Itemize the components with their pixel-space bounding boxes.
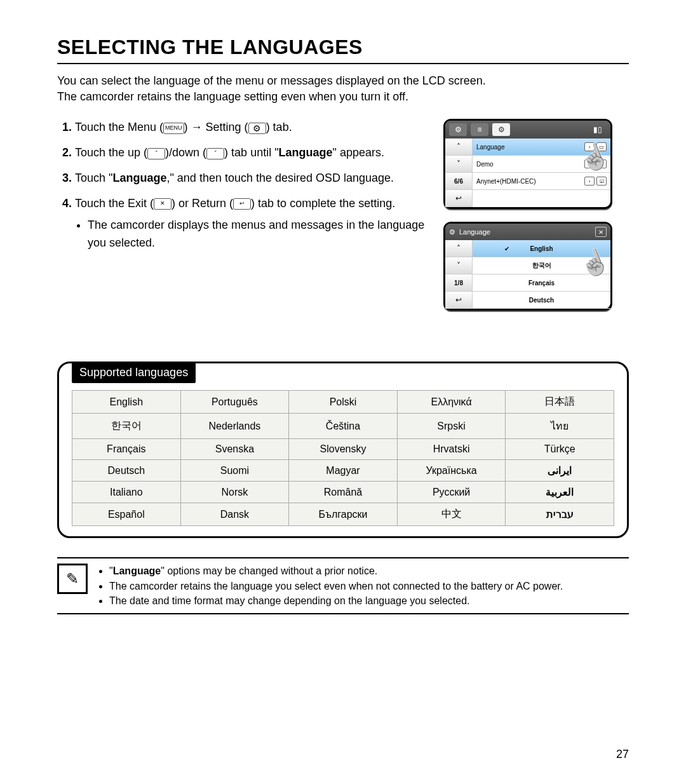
tab-gear-icon: ⚙ bbox=[449, 123, 467, 136]
nav-page-indicator: 6/6 bbox=[445, 173, 472, 190]
nav-page-indicator: 1/8 bbox=[445, 274, 472, 292]
battery-icon: ▮▯ bbox=[589, 123, 607, 136]
check-icon: ✔ bbox=[504, 245, 509, 252]
screen1-tabbar: ⚙ ≡ ⚙ ▮▯ bbox=[445, 121, 610, 139]
gear-icon: ⚙ bbox=[449, 228, 455, 236]
table-row: DeutschSuomiMagyarУкраїнськаايرانى bbox=[72, 460, 614, 482]
page-title: SELECTING THE LANGUAGES bbox=[57, 36, 629, 59]
intro-line-1: You can select the language of the menu … bbox=[57, 74, 486, 87]
table-row: FrançaisSvenskaSlovenskyHrvatskiTürkçe bbox=[72, 439, 614, 460]
step-4-sub: The camcorder displays the menus and mes… bbox=[88, 217, 431, 252]
note-1: "Language" options may be changed withou… bbox=[109, 564, 563, 578]
table-row: ItalianoNorskRomânăРусскийالعربية bbox=[72, 482, 614, 503]
screen1-nav: ˄ ˅ 6/6 ↩ bbox=[445, 139, 473, 207]
supported-languages-table: EnglishPortuguêsPolskiΕλληνικά日本語 한국어Ned… bbox=[72, 390, 614, 526]
step-4: Touch the Exit (✕) or Return (↩) tab to … bbox=[75, 195, 431, 252]
note-2: The camcorder retains the language you s… bbox=[109, 579, 563, 593]
title-rule bbox=[57, 63, 629, 64]
table-row: 한국어NederlandsČeštinaSrpskiไทย bbox=[72, 414, 614, 439]
menu-icon: MENU bbox=[163, 123, 184, 134]
gear-icon: ⚙ bbox=[248, 123, 266, 134]
nav-up-icon: ˄ bbox=[445, 139, 472, 156]
lcd-screenshot-settings: ☝ ⚙ ≡ ⚙ ▮▯ ˄ ˅ 6/6 ↩ Language›▭ bbox=[443, 119, 612, 209]
lcd-screenshot-language: ☝ ⚙ Language ✕ ˄ ˅ 1/8 ↩ ✔English 한국어 bbox=[443, 222, 612, 311]
step-1: Touch the Menu (MENU) → Setting (⚙) tab. bbox=[75, 119, 431, 137]
note-3: The date and time format may change depe… bbox=[109, 593, 563, 608]
nav-return-icon: ↩ bbox=[445, 190, 472, 207]
nav-down-icon: ˅ bbox=[445, 257, 472, 274]
screen2-title: Language bbox=[459, 228, 490, 236]
list-item: Deutsch bbox=[473, 292, 610, 309]
step-2: Touch the up (˄)/down (˅) tab until "Lan… bbox=[75, 144, 431, 162]
tab-gear-active-icon: ⚙ bbox=[492, 123, 510, 136]
up-icon: ˄ bbox=[147, 148, 165, 159]
notes-block: ✎ "Language" options may be changed with… bbox=[57, 557, 629, 614]
intro-text: You can select the language of the menu … bbox=[57, 73, 578, 105]
chevron-right-icon: › bbox=[584, 177, 595, 186]
exit-icon: ✕ bbox=[154, 198, 172, 210]
nav-down-icon: ˅ bbox=[445, 156, 472, 173]
page-number: 27 bbox=[616, 748, 629, 761]
supported-languages-title: Supported languages bbox=[72, 362, 196, 383]
step-3: Touch "Language," and then touch the des… bbox=[75, 170, 431, 187]
notes-list: "Language" options may be changed withou… bbox=[97, 564, 563, 608]
nav-return-icon: ↩ bbox=[445, 292, 472, 309]
down-icon: ˅ bbox=[206, 148, 224, 159]
instruction-steps: Touch the Menu (MENU) → Setting (⚙) tab.… bbox=[57, 119, 431, 259]
option-icon: ☑ bbox=[596, 177, 607, 186]
close-icon: ✕ bbox=[595, 227, 607, 237]
note-icon: ✎ bbox=[57, 564, 88, 594]
intro-line-2: The camcorder retains the language setti… bbox=[57, 90, 408, 103]
table-row: EspañolDanskБългарски中文עברית bbox=[72, 503, 614, 526]
supported-languages-box: Supported languages EnglishPortuguêsPols… bbox=[57, 362, 629, 538]
return-icon: ↩ bbox=[233, 198, 251, 210]
table-row: EnglishPortuguêsPolskiΕλληνικά日本語 bbox=[72, 391, 614, 414]
nav-up-icon: ˄ bbox=[445, 240, 472, 257]
tab-list-icon: ≡ bbox=[471, 123, 488, 136]
list-item: Anynet+(HDMI-CEC)›☑ bbox=[473, 173, 610, 190]
screen2-titlebar: ⚙ Language ✕ bbox=[445, 224, 610, 240]
screen2-nav: ˄ ˅ 1/8 ↩ bbox=[445, 240, 473, 309]
